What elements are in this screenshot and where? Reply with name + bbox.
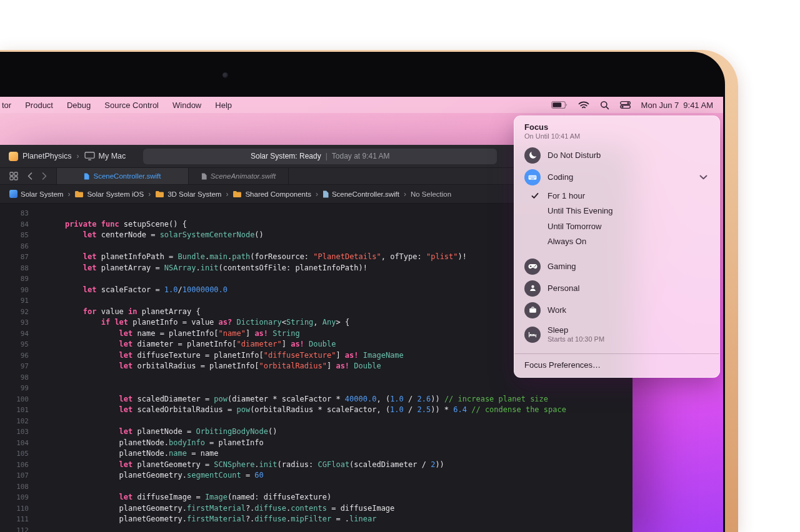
folder-icon — [232, 190, 242, 198]
menu-item-product[interactable]: Product — [18, 101, 60, 110]
code-line[interactable]: 107 planetGeometry.segmentCount = 60 — [0, 470, 632, 481]
code-line[interactable]: 108 — [0, 481, 632, 493]
focus-mode-label: Sleep — [548, 325, 604, 335]
battery-icon[interactable] — [551, 101, 568, 109]
line-number: 99 — [0, 383, 29, 394]
line-number: 90 — [0, 285, 29, 296]
line-number: 87 — [0, 252, 29, 263]
line-number: 111 — [0, 514, 29, 525]
code-line[interactable]: 103 let planetNode = OrbitingBodyNode() — [0, 426, 632, 438]
breadcrumb-separator: › — [316, 190, 318, 199]
control-center-icon[interactable] — [620, 101, 631, 109]
code-text: if let planetInfo = value as? Dictionary… — [47, 317, 349, 328]
focus-option-for-1-hour[interactable]: For 1 hour — [524, 188, 709, 204]
briefcase-icon — [524, 302, 541, 318]
code-line[interactable]: 109 let diffuseImage = Image(named: diff… — [0, 492, 632, 503]
focus-mode-work[interactable]: Work — [524, 299, 709, 321]
destination-selector[interactable]: My Mac — [99, 152, 126, 160]
line-number: 85 — [0, 230, 29, 241]
breadcrumb-separator: › — [226, 190, 228, 199]
status-secondary: Today at 9:41 AM — [332, 152, 390, 160]
keyboard-icon — [524, 169, 541, 185]
code-text: let name = planetInfo["name"] as! String — [47, 328, 300, 340]
focus-mode-label: Personal — [548, 283, 579, 293]
breadcrumb-label: 3D Solar System — [168, 190, 221, 198]
screen-bezel: tor Product Debug Source Control Window … — [0, 52, 725, 532]
back-icon[interactable] — [28, 172, 32, 180]
breadcrumb-file[interactable]: SceneController.swift — [322, 190, 399, 198]
code-line[interactable]: 104 planetNode.bodyInfo = planetInfo — [0, 438, 632, 449]
focus-option-until-this-evening[interactable]: Until This Evening — [524, 204, 709, 219]
code-line[interactable]: 102 — [0, 416, 632, 427]
line-number: 86 — [0, 241, 29, 252]
code-text: planetNode.bodyInfo = planetInfo — [47, 438, 264, 449]
code-text: private func setupScene() { — [47, 219, 187, 230]
project-icon — [9, 190, 18, 198]
tab-scenecontroller[interactable]: SceneController.swift — [56, 168, 189, 184]
breadcrumb-folder-shared[interactable]: Shared Components — [232, 190, 311, 198]
focus-mode-label: Gaming — [548, 262, 576, 271]
focus-mode-personal[interactable]: Personal — [524, 277, 709, 299]
line-number: 102 — [0, 416, 29, 427]
macbook-device: tor Product Debug Source Control Window … — [0, 50, 738, 532]
code-text: planetGeometry.segmentCount = 60 — [47, 470, 264, 481]
code-line[interactable]: 105 planetNode.name = name — [0, 448, 632, 460]
focus-mode-gaming[interactable]: Gaming — [524, 255, 709, 277]
breadcrumb-label: Solar System iOS — [87, 190, 144, 198]
menu-item-editor-clipped[interactable]: tor — [0, 101, 18, 110]
line-number: 94 — [0, 328, 29, 340]
focus-option-label: Always On — [548, 237, 586, 246]
menu-item-window[interactable]: Window — [166, 101, 208, 110]
menu-item-source-control[interactable]: Source Control — [98, 101, 166, 110]
line-number: 103 — [0, 426, 29, 438]
code-line[interactable]: 101 let scaledOrbitalRadius = pow(orbita… — [0, 405, 632, 416]
code-line[interactable]: 99 — [0, 383, 632, 394]
focus-mode-do-not-disturb[interactable]: Do Not Disturb — [524, 144, 709, 166]
chevron-right-icon: › — [77, 152, 79, 160]
code-text: planetNode.name = name — [47, 448, 219, 460]
code-text: let planetArray = NSArray.init(contentsO… — [47, 263, 368, 274]
focus-mode-coding[interactable]: Coding — [524, 166, 709, 188]
code-line[interactable]: 110 planetGeometry.firstMaterial?.diffus… — [0, 503, 632, 515]
line-number: 109 — [0, 492, 29, 503]
breadcrumb-project[interactable]: Solar System — [9, 190, 63, 198]
line-number: 112 — [0, 525, 29, 532]
tab-overview-icon[interactable] — [9, 172, 18, 180]
line-number: 97 — [0, 361, 29, 372]
menu-item-help[interactable]: Help — [208, 101, 239, 110]
code-line[interactable]: 106 let planetGeometry = SCNSphere.init(… — [0, 460, 632, 471]
folder-icon — [74, 190, 84, 198]
code-text: let diffuseImage = Image(named: diffuseT… — [47, 492, 331, 503]
breadcrumb-no-selection[interactable]: No Selection — [411, 190, 451, 198]
breadcrumb-separator: › — [68, 190, 70, 199]
line-number: 105 — [0, 448, 29, 460]
wifi-icon[interactable] — [578, 101, 589, 109]
focus-status: On Until 10:41 AM — [524, 132, 709, 140]
line-number: 100 — [0, 394, 29, 405]
tab-sceneanimator[interactable]: SceneAnimator.swift — [189, 168, 289, 184]
focus-option-until-tomorrow[interactable]: Until Tomorrow — [524, 219, 709, 234]
focus-preferences-link[interactable]: Focus Preferences… — [524, 354, 709, 377]
breadcrumb-folder-ios[interactable]: Solar System iOS — [74, 190, 144, 198]
menu-bar-clock[interactable]: Mon Jun 7 9:41 AM — [641, 101, 713, 110]
chevron-down-icon[interactable] — [699, 175, 708, 180]
code-line[interactable]: 112 — [0, 525, 632, 532]
code-line[interactable]: 111 planetGeometry.firstMaterial?.diffus… — [0, 514, 632, 525]
focus-option-label: Until Tomorrow — [548, 222, 601, 231]
code-text: let orbitalRadius = planetInfo["orbitalR… — [47, 361, 381, 372]
my-mac-icon — [84, 152, 95, 160]
search-icon[interactable] — [600, 101, 609, 110]
focus-option-always-on[interactable]: Always On — [524, 234, 709, 250]
forward-icon[interactable] — [42, 172, 47, 180]
focus-mode-sleep[interactable]: Sleep Starts at 10:30 PM — [524, 321, 709, 348]
menu-item-debug[interactable]: Debug — [60, 101, 98, 110]
menu-bar: tor Product Debug Source Control Window … — [0, 97, 723, 113]
code-text: planetGeometry.firstMaterial?.diffuse.mi… — [47, 514, 376, 525]
scheme-selector[interactable]: PlanetPhysics — [22, 152, 72, 160]
code-text: let planetNode = OrbitingBodyNode() — [47, 426, 277, 438]
breadcrumb-folder-3d[interactable]: 3D Solar System — [155, 190, 221, 198]
file-icon — [322, 190, 329, 198]
line-number: 110 — [0, 503, 29, 515]
code-line[interactable]: 100 let scaledDiameter = pow(diameter * … — [0, 394, 632, 405]
focus-mode-label: Work — [548, 305, 566, 315]
